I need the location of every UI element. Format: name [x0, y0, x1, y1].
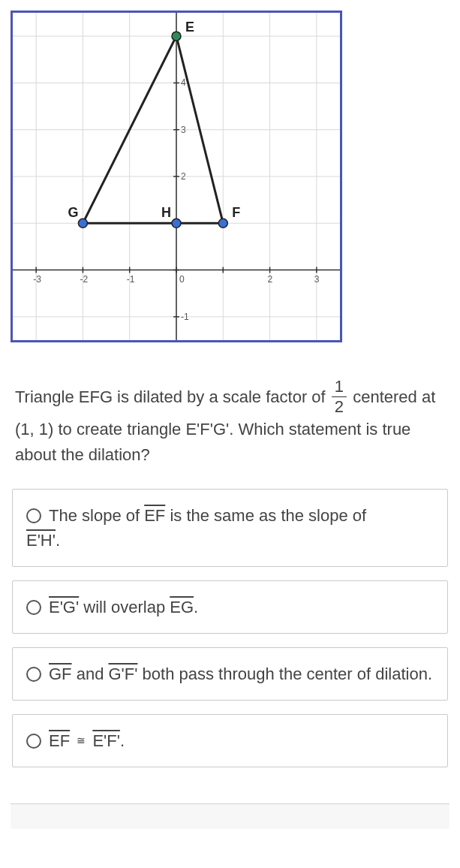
- choice-b[interactable]: E'G' will overlap EG.: [12, 580, 448, 634]
- svg-text:4: 4: [181, 77, 186, 88]
- svg-text:3: 3: [181, 125, 186, 135]
- svg-text:-1: -1: [181, 312, 189, 322]
- svg-point-31: [172, 32, 181, 41]
- answer-choices: The slope of EF is the same as the slope…: [12, 489, 448, 767]
- segment-EprimeFprime-d: E'F': [92, 731, 120, 750]
- choice-c[interactable]: GF and G'F' both pass through the center…: [12, 647, 448, 701]
- choice-d-post: .: [120, 731, 125, 750]
- choice-a[interactable]: The slope of EF is the same as the slope…: [12, 489, 448, 567]
- segment-EprimeHprime: E'H': [26, 531, 56, 550]
- svg-text:F: F: [232, 205, 240, 220]
- svg-text:0: 0: [179, 274, 185, 285]
- segment-GF: GF: [49, 665, 72, 683]
- svg-text:2: 2: [181, 171, 186, 182]
- radio-icon[interactable]: [26, 508, 41, 523]
- question-text: Triangle EFG is dilated by a scale facto…: [15, 380, 445, 468]
- svg-text:-3: -3: [33, 274, 41, 285]
- choice-a-post: .: [56, 531, 60, 550]
- svg-text:G: G: [68, 205, 78, 220]
- segment-EF-d: EF: [49, 731, 70, 750]
- fraction-denominator: 2: [332, 397, 347, 415]
- question-part1: Triangle EFG is dilated by a scale facto…: [15, 387, 330, 406]
- choice-a-pre: The slope of: [49, 506, 144, 525]
- segment-EprimeGprime: E'G': [49, 598, 79, 616]
- choice-b-post: .: [194, 598, 198, 616]
- svg-text:-2: -2: [80, 274, 88, 285]
- fraction-half: 12: [332, 378, 347, 415]
- svg-point-34: [218, 219, 227, 228]
- choice-c-post: both pass through the center of dilation…: [137, 665, 432, 683]
- choice-d[interactable]: EF ≅ E'F'.: [12, 714, 448, 767]
- fraction-numerator: 1: [332, 378, 347, 397]
- radio-icon[interactable]: [26, 734, 41, 749]
- svg-text:3: 3: [314, 274, 320, 285]
- radio-icon[interactable]: [26, 600, 41, 615]
- choice-b-mid: will overlap: [79, 598, 170, 616]
- coordinate-graph: EGHF-3-2-1023-1234: [11, 11, 342, 342]
- svg-text:H: H: [161, 205, 171, 220]
- svg-text:2: 2: [268, 274, 273, 285]
- choice-c-mid: and: [72, 665, 109, 683]
- segment-GprimeFprime: G'F': [109, 665, 138, 683]
- segment-EG: EG: [170, 598, 194, 616]
- svg-point-33: [172, 219, 181, 228]
- svg-text:-1: -1: [127, 274, 135, 285]
- congruent-icon: ≅: [74, 734, 88, 746]
- radio-icon[interactable]: [26, 667, 41, 682]
- bottom-toolbar: [11, 803, 449, 829]
- svg-text:E: E: [185, 20, 194, 35]
- segment-EF: EF: [144, 506, 165, 525]
- svg-point-32: [78, 219, 87, 228]
- choice-a-mid: is the same as the slope of: [165, 506, 366, 525]
